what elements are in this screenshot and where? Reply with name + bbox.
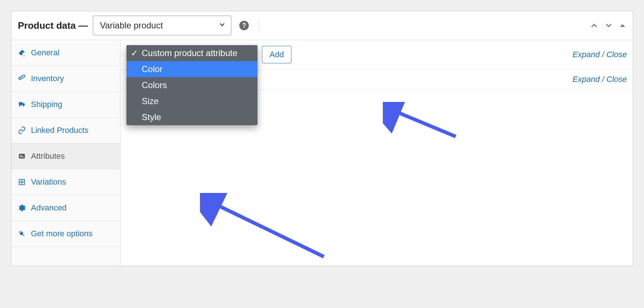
dropdown-option-label: Size — [142, 96, 159, 106]
sidebar-item-label: Get more options — [31, 229, 93, 238]
plug-icon — [18, 230, 26, 238]
dropdown-option-custom[interactable]: ✓ Custom product attribute — [126, 45, 258, 61]
sidebar-item-general[interactable]: General — [11, 40, 120, 66]
sidebar-item-inventory[interactable]: Inventory — [11, 66, 120, 92]
panel-header-controls — [590, 21, 626, 30]
sidebar-item-attributes[interactable]: Attributes — [11, 143, 120, 169]
attribute-add-row: ✓ Custom product attribute Color Colors — [121, 40, 633, 70]
annotation-arrow-dropdown — [383, 102, 463, 142]
chevron-down-icon — [219, 20, 226, 31]
dropdown-option-label: Color — [142, 64, 162, 74]
sidebar-item-label: Inventory — [31, 74, 64, 83]
card-icon — [18, 152, 26, 160]
dropdown-option-color[interactable]: Color — [126, 61, 258, 77]
sidebar-item-linked-products[interactable]: Linked Products — [11, 118, 120, 143]
dropdown-option-label: Style — [142, 112, 161, 122]
product-type-select[interactable]: Variable product — [93, 16, 231, 35]
sidebar-item-get-more-options[interactable]: Get more options — [11, 221, 120, 247]
svg-rect-1 — [19, 154, 25, 159]
panel-up-icon[interactable] — [590, 21, 598, 30]
svg-rect-3 — [20, 157, 24, 157]
gear-icon — [18, 204, 26, 212]
attribute-dropdown-menu: ✓ Custom product attribute Color Colors — [126, 45, 258, 125]
dropdown-option-label: Custom product attribute — [142, 48, 237, 58]
sidebar-item-label: General — [31, 48, 59, 58]
sidebar-item-label: Attributes — [31, 151, 65, 161]
product-data-panel: Product data — Variable product ? — [11, 11, 633, 266]
svg-rect-0 — [19, 75, 25, 80]
grid-icon — [18, 178, 26, 186]
sidebar-item-shipping[interactable]: Shipping — [11, 92, 120, 118]
panel-header: Product data — Variable product ? — [11, 11, 633, 40]
panel-collapse-icon[interactable] — [619, 22, 626, 29]
ruler-icon — [18, 75, 26, 83]
product-type-selected-label: Variable product — [100, 20, 163, 31]
expand-close-link[interactable]: Expand / Close — [573, 75, 627, 84]
truck-icon — [18, 100, 26, 108]
dropdown-option-style[interactable]: Style — [126, 109, 258, 125]
dropdown-option-colors[interactable]: Colors — [126, 77, 258, 93]
panel-down-icon[interactable] — [604, 21, 613, 30]
help-icon[interactable]: ? — [239, 21, 249, 30]
svg-line-5 — [390, 109, 456, 137]
sidebar: General Inventory Shipping Linked Produc… — [11, 40, 121, 266]
content-area: ✓ Custom product attribute Color Colors — [121, 40, 633, 266]
sidebar-item-label: Shipping — [31, 100, 62, 109]
svg-line-6 — [211, 202, 324, 257]
panel-title: Product data — — [18, 20, 88, 31]
divider — [259, 19, 259, 32]
dropdown-option-size[interactable]: Size — [126, 93, 258, 109]
sidebar-item-variations[interactable]: Variations — [11, 169, 120, 195]
add-button[interactable]: Add — [262, 46, 291, 63]
panel-body: General Inventory Shipping Linked Produc… — [11, 40, 633, 266]
sidebar-item-label: Advanced — [31, 203, 67, 213]
link-icon — [18, 126, 26, 134]
svg-rect-2 — [20, 155, 22, 156]
sidebar-item-label: Variations — [31, 177, 66, 187]
check-icon: ✓ — [131, 48, 138, 58]
wrench-icon — [18, 49, 26, 57]
attribute-dropdown-wrap: ✓ Custom product attribute Color Colors — [126, 45, 258, 64]
sidebar-item-advanced[interactable]: Advanced — [11, 195, 120, 221]
annotation-arrow-sidebar — [200, 193, 331, 262]
expand-close-link[interactable]: Expand / Close — [573, 50, 627, 59]
dropdown-option-label: Colors — [142, 80, 167, 90]
sidebar-item-label: Linked Products — [31, 126, 89, 135]
